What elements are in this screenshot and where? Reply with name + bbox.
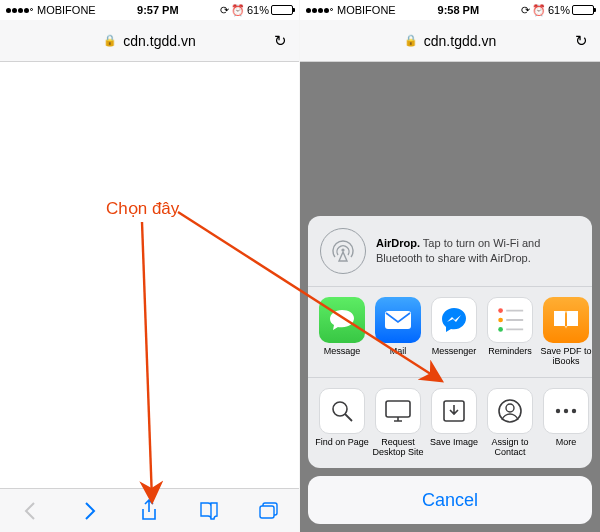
- share-sheet: AirDrop. Tap to turn on Wi-Fi and Blueto…: [300, 208, 600, 532]
- battery-icon: [271, 5, 293, 15]
- battery-percent: 61%: [548, 4, 570, 16]
- share-savepdf-ibooks[interactable]: Save PDF to iBooks: [538, 297, 592, 367]
- svg-point-6: [498, 327, 503, 332]
- desktop-icon: [375, 388, 421, 434]
- svg-point-19: [564, 409, 568, 413]
- page-host: cdn.tgdd.vn: [424, 33, 496, 49]
- svg-line-11: [345, 414, 352, 421]
- app-row: Message Mail Messenger Reminders: [308, 287, 592, 377]
- svg-point-17: [506, 404, 514, 412]
- address-bar: 🔒 cdn.tgdd.vn ↻: [300, 20, 600, 62]
- more-icon: [543, 388, 589, 434]
- address-bar[interactable]: 🔒 cdn.tgdd.vn ↻: [0, 20, 299, 62]
- svg-point-4: [498, 308, 503, 313]
- page-host: cdn.tgdd.vn: [123, 33, 195, 49]
- svg-point-18: [556, 409, 560, 413]
- phone-right: MOBIFONE 9:58 PM ⟳ ⏰ 61% 🔒 cdn.tgdd.vn ↻: [300, 0, 600, 532]
- svg-rect-12: [386, 401, 410, 417]
- signal-dots-icon: [6, 8, 33, 13]
- reload-icon: ↻: [575, 32, 588, 50]
- status-bar: MOBIFONE 9:57 PM ⟳ ⏰ 61%: [0, 0, 299, 20]
- airdrop-text: AirDrop. Tap to turn on Wi-Fi and Blueto…: [376, 236, 580, 266]
- carrier-label: MOBIFONE: [37, 4, 96, 16]
- alarm-icon: ⏰: [532, 4, 546, 17]
- alarm-icon: ⏰: [231, 4, 245, 17]
- annotation-label: Chọn đây: [106, 198, 179, 219]
- back-button[interactable]: [16, 497, 44, 525]
- action-request-desktop[interactable]: Request Desktop Site: [370, 388, 426, 458]
- contact-icon: [487, 388, 533, 434]
- share-message[interactable]: Message: [314, 297, 370, 367]
- carrier-label: MOBIFONE: [337, 4, 396, 16]
- tabs-button[interactable]: [255, 497, 283, 525]
- battery-icon: [572, 5, 594, 15]
- svg-point-5: [498, 318, 503, 323]
- airdrop-icon: [320, 228, 366, 274]
- share-button[interactable]: [135, 497, 163, 525]
- safari-toolbar: [0, 488, 299, 532]
- clock: 9:57 PM: [137, 4, 179, 16]
- action-find-on-page[interactable]: Find on Page: [314, 388, 370, 458]
- rotation-lock-icon: ⟳: [220, 4, 229, 17]
- action-more[interactable]: More: [538, 388, 592, 458]
- airdrop-row[interactable]: AirDrop. Tap to turn on Wi-Fi and Blueto…: [308, 216, 592, 286]
- battery-percent: 61%: [247, 4, 269, 16]
- share-reminders[interactable]: Reminders: [482, 297, 538, 367]
- phone-left: MOBIFONE 9:57 PM ⟳ ⏰ 61% 🔒 cdn.tgdd.vn ↻: [0, 0, 300, 532]
- save-image-icon: [431, 388, 477, 434]
- status-bar: MOBIFONE 9:58 PM ⟳ ⏰ 61%: [300, 0, 600, 20]
- rotation-lock-icon: ⟳: [521, 4, 530, 17]
- svg-point-20: [572, 409, 576, 413]
- action-save-image[interactable]: Save Image: [426, 388, 482, 458]
- action-row: Find on Page Request Desktop Site Save I…: [308, 378, 592, 468]
- reload-icon[interactable]: ↻: [274, 32, 287, 50]
- share-mail[interactable]: Mail: [370, 297, 426, 367]
- bookmarks-button[interactable]: [195, 497, 223, 525]
- svg-rect-1: [260, 506, 274, 518]
- clock: 9:58 PM: [438, 4, 480, 16]
- svg-point-10: [333, 402, 347, 416]
- action-assign-contact[interactable]: Assign to Contact: [482, 388, 538, 458]
- share-messenger[interactable]: Messenger: [426, 297, 482, 367]
- page-content-blank: [0, 62, 299, 488]
- svg-rect-3: [385, 311, 411, 329]
- lock-icon: 🔒: [103, 34, 117, 47]
- cancel-button[interactable]: Cancel: [308, 476, 592, 524]
- forward-button[interactable]: [76, 497, 104, 525]
- magnifier-icon: [319, 388, 365, 434]
- lock-icon: 🔒: [404, 34, 418, 47]
- signal-dots-icon: [306, 8, 333, 13]
